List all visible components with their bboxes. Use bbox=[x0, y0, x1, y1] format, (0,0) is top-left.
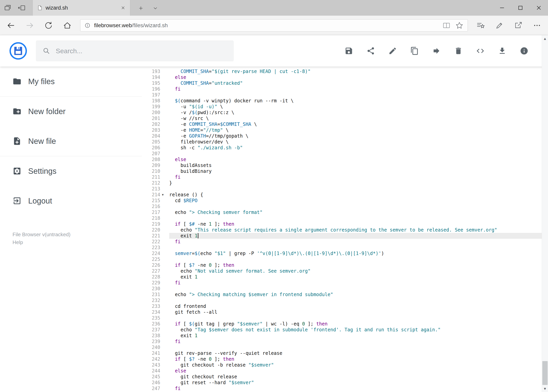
code-line[interactable]: git reset --hard "$semver" bbox=[169, 380, 542, 385]
code-line[interactable]: buildBinary bbox=[169, 168, 542, 174]
code-line[interactable]: -u "$(id -u)" \ bbox=[169, 104, 542, 110]
code-line[interactable]: else bbox=[169, 368, 542, 374]
tab-wizard-sh[interactable]: wizard.sh bbox=[33, 0, 130, 16]
code-line[interactable]: buildAssets bbox=[169, 162, 542, 168]
code-line[interactable]: } bbox=[169, 180, 542, 186]
code-line[interactable]: git checkout release bbox=[169, 374, 542, 380]
code-line[interactable] bbox=[169, 245, 542, 251]
code-line[interactable]: if [ $? -ne 0 ]; then bbox=[169, 356, 542, 362]
hub-button[interactable] bbox=[475, 20, 486, 31]
sidebar-item-settings[interactable]: Settings bbox=[0, 156, 142, 186]
favorite-star-button[interactable] bbox=[454, 20, 465, 30]
code-line[interactable]: fi bbox=[169, 174, 542, 180]
refresh-button[interactable] bbox=[43, 20, 54, 31]
code-line[interactable]: COMMIT_SHA="untracked" bbox=[169, 80, 542, 86]
code-line[interactable]: echo "Not valid semver format. See semve… bbox=[169, 268, 542, 274]
new-tab-button[interactable] bbox=[135, 3, 146, 14]
code-line[interactable]: fi bbox=[169, 339, 542, 344]
code-line[interactable]: exit 1 bbox=[169, 274, 542, 280]
code-line[interactable] bbox=[169, 286, 542, 292]
code-line[interactable]: if [ $(git tag | grep "$semver" | wc -l)… bbox=[169, 321, 542, 327]
code-line[interactable]: -e GOPATH=//tmp/gopath \ bbox=[169, 133, 542, 139]
code-line[interactable] bbox=[169, 215, 542, 221]
code-line[interactable] bbox=[169, 315, 542, 321]
code-line[interactable]: else bbox=[169, 157, 542, 162]
code-line[interactable] bbox=[169, 151, 542, 157]
close-window-button[interactable] bbox=[530, 0, 548, 16]
code-line[interactable]: fi bbox=[169, 280, 542, 286]
code-line[interactable] bbox=[169, 203, 542, 210]
forward-button[interactable] bbox=[24, 20, 36, 31]
close-tab-button[interactable] bbox=[119, 4, 127, 12]
code-line[interactable]: fi bbox=[169, 385, 542, 392]
code-line[interactable]: exit 1 bbox=[169, 233, 542, 239]
code-line[interactable] bbox=[169, 297, 542, 303]
tab-list-chevron-button[interactable] bbox=[150, 3, 161, 14]
code-line[interactable]: git rev-parse --verify --quiet release bbox=[169, 350, 542, 356]
code-line[interactable]: filebrowser/dev \ bbox=[169, 139, 542, 145]
rename-edit-button[interactable] bbox=[388, 46, 397, 56]
code-line[interactable] bbox=[169, 344, 542, 350]
page-scrollbar[interactable]: ▲ ▼ bbox=[542, 35, 548, 392]
code-line[interactable]: if [ $# -ne 1 ]; then bbox=[169, 221, 542, 227]
home-button[interactable] bbox=[62, 20, 73, 31]
editor-code[interactable]: COMMIT_SHA="$(git rev-parse HEAD | cut -… bbox=[165, 69, 542, 392]
code-line[interactable]: cd $REPO bbox=[169, 198, 542, 203]
info-button[interactable] bbox=[520, 46, 529, 56]
code-line[interactable]: cd frontend bbox=[169, 303, 542, 309]
help-link[interactable]: Help bbox=[13, 238, 142, 246]
code-line[interactable] bbox=[169, 92, 542, 98]
share-button[interactable] bbox=[512, 20, 524, 31]
code-line[interactable]: -w //src \ bbox=[169, 115, 542, 121]
scroll-down-button[interactable]: ▼ bbox=[542, 385, 548, 392]
code-line[interactable]: -v /$(pwd):/src:z \ bbox=[169, 110, 542, 115]
code-line[interactable]: git checkout -b release "$semver" bbox=[169, 362, 542, 368]
code-line[interactable]: semver=$(echo "$1" | grep -P '^v(0|[1-9]… bbox=[169, 251, 542, 256]
code-line[interactable]: release () { bbox=[169, 192, 542, 198]
site-info-icon[interactable] bbox=[83, 21, 91, 29]
code-line[interactable] bbox=[169, 256, 542, 262]
search-box[interactable] bbox=[36, 41, 234, 61]
code-editor[interactable]: 1931941951961971981992002012022032042052… bbox=[142, 67, 542, 392]
minimize-button[interactable] bbox=[493, 0, 511, 16]
code-line[interactable]: -e COMMIT_SHA=$COMMIT_SHA \ bbox=[169, 121, 542, 127]
code-line[interactable]: -e HOME="//tmp" \ bbox=[169, 127, 542, 133]
code-line[interactable]: sh -c "./wizard.sh -b" bbox=[169, 145, 542, 151]
sidebar-item-logout[interactable]: Logout bbox=[0, 186, 142, 216]
delete-button[interactable] bbox=[454, 46, 463, 56]
code-line[interactable]: echo "> Checking semver format" bbox=[169, 210, 542, 215]
share-file-button[interactable] bbox=[366, 46, 375, 56]
scrollbar-thumb[interactable] bbox=[542, 361, 548, 385]
sidebar-item-new-folder[interactable]: New folder bbox=[0, 97, 142, 126]
annotate-pen-button[interactable] bbox=[494, 20, 505, 31]
tab-preview-button[interactable] bbox=[2, 2, 13, 13]
code-line[interactable]: fi bbox=[169, 239, 542, 245]
code-line[interactable]: else bbox=[169, 74, 542, 80]
sidebar-item-new-file[interactable]: New file bbox=[0, 126, 142, 156]
code-line[interactable]: exit 1 bbox=[169, 333, 542, 339]
code-line[interactable]: echo "This release script requires a sin… bbox=[169, 227, 542, 233]
sidebar-item-my-files[interactable]: My files bbox=[0, 67, 142, 96]
maximize-button[interactable] bbox=[511, 0, 530, 16]
download-button[interactable] bbox=[498, 46, 507, 56]
reading-view-button[interactable] bbox=[441, 20, 451, 30]
code-view-button[interactable] bbox=[476, 46, 485, 56]
code-line[interactable]: echo "> Checking matching $semver in fro… bbox=[169, 292, 542, 297]
code-line[interactable]: $(command -v winpty) docker run --rm -it… bbox=[169, 98, 542, 104]
fold-toggle-icon[interactable]: ▾ bbox=[160, 192, 165, 198]
address-bar[interactable]: filebrowser.web/files/wizard.sh bbox=[80, 19, 468, 32]
code-line[interactable]: COMMIT_SHA="$(git rev-parse HEAD | cut -… bbox=[169, 69, 542, 74]
save-button[interactable] bbox=[344, 46, 354, 56]
scroll-up-button[interactable]: ▲ bbox=[542, 35, 548, 42]
code-line[interactable] bbox=[169, 186, 542, 192]
search-input[interactable] bbox=[55, 47, 231, 55]
copy-button[interactable] bbox=[410, 46, 419, 56]
code-line[interactable]: git fetch --all bbox=[169, 309, 542, 315]
code-line[interactable]: echo "Tag $semver does not exist in subm… bbox=[169, 327, 542, 333]
code-line[interactable]: fi bbox=[169, 86, 542, 92]
move-button[interactable] bbox=[432, 46, 441, 56]
code-line[interactable]: if [ $? -ne 0 ]; then bbox=[169, 262, 542, 268]
set-tabs-aside-button[interactable] bbox=[16, 2, 28, 13]
back-button[interactable] bbox=[5, 20, 17, 31]
more-menu-button[interactable] bbox=[531, 20, 543, 31]
